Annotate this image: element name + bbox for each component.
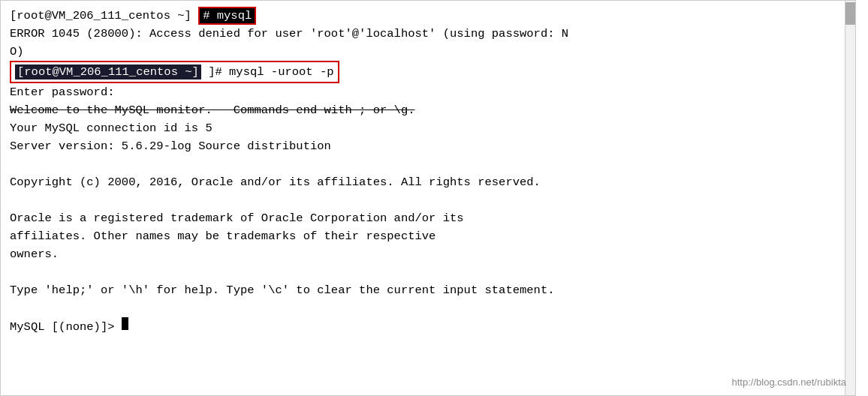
oracle-tm-3: owners.: [10, 245, 59, 263]
cursor: [122, 317, 128, 330]
copyright-text: Copyright (c) 2000, 2016, Oracle and/or …: [10, 173, 541, 191]
line-12: owners.: [10, 245, 856, 263]
server-version: Server version: 5.6.29-log Source distri…: [10, 137, 331, 155]
terminal-content: [root@VM_206_111_centos ~] # mysql ERROR…: [1, 1, 856, 396]
prompt-box: [root@VM_206_111_centos ~] ]# mysql -uro…: [10, 61, 339, 83]
watermark: http://blog.csdn.net/rubikta: [732, 376, 846, 388]
scrollbar-thumb[interactable]: [845, 2, 855, 25]
prompt-text-1: [root@VM_206_111_centos ~]: [10, 7, 191, 25]
line-10: Oracle is a registered trademark of Orac…: [10, 209, 856, 227]
error-text-2: O): [10, 43, 24, 61]
prompt-dark-bg: [root@VM_206_111_centos ~]: [15, 64, 201, 80]
connection-id: Your MySQL connection id is 5: [10, 119, 212, 137]
mysql-prompt: MySQL [(none)]>: [10, 318, 122, 336]
line-empty-3: [10, 263, 856, 281]
line-7: Your MySQL connection id is 5: [10, 119, 856, 137]
oracle-tm-1: Oracle is a registered trademark of Orac…: [10, 209, 464, 227]
line-11: affiliates. Other names may be trademark…: [10, 227, 856, 245]
line-13: Type 'help;' or '\h' for help. Type '\c'…: [10, 281, 856, 299]
line-1: [root@VM_206_111_centos ~] # mysql: [10, 7, 856, 25]
line-9: Copyright (c) 2000, 2016, Oracle and/or …: [10, 173, 856, 191]
prompt-command-boxed: ]# mysql -uroot -p: [201, 65, 334, 79]
command-highlighted: # mysql: [191, 7, 256, 25]
type-help: Type 'help;' or '\h' for help. Type '\c'…: [10, 281, 555, 299]
enter-password: Enter password:: [10, 83, 115, 101]
error-text-1: ERROR 1045 (28000): Access denied for us…: [10, 25, 568, 43]
welcome-text: Welcome to the MySQL monitor. Commands e…: [10, 101, 415, 119]
line-empty-4: [10, 299, 856, 317]
line-2: ERROR 1045 (28000): Access denied for us…: [10, 25, 856, 43]
scrollbar[interactable]: [845, 1, 855, 396]
line-empty-2: [10, 191, 856, 209]
line-6: Welcome to the MySQL monitor. Commands e…: [10, 101, 856, 119]
line-5: Enter password:: [10, 83, 856, 101]
line-4: [root@VM_206_111_centos ~] ]# mysql -uro…: [10, 61, 856, 83]
terminal-window: [root@VM_206_111_centos ~] # mysql ERROR…: [0, 0, 856, 396]
line-8: Server version: 5.6.29-log Source distri…: [10, 137, 856, 155]
line-3: O): [10, 43, 856, 61]
line-empty-1: [10, 155, 856, 173]
oracle-tm-2: affiliates. Other names may be trademark…: [10, 227, 436, 245]
line-14: MySQL [(none)]>: [10, 317, 856, 336]
